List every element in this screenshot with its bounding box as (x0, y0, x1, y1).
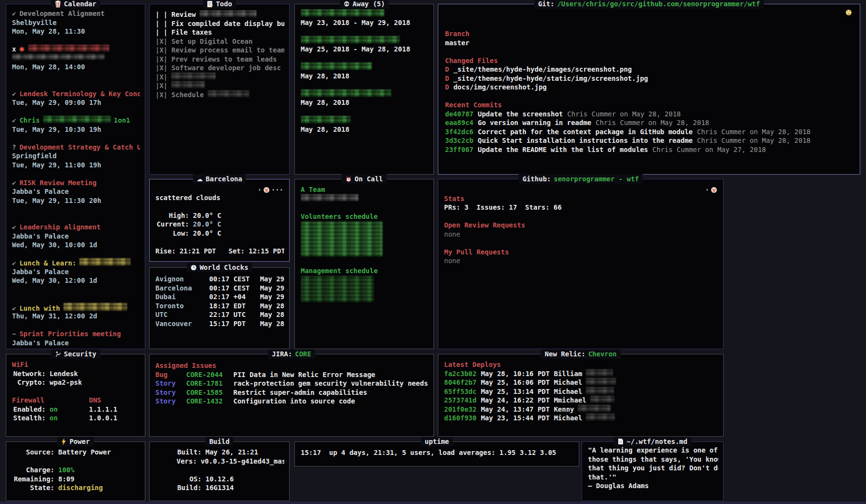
github-prs-value: none (444, 256, 718, 265)
uptime-panel[interactable]: uptime 15:17 up 4 days, 21:31, 5 users, … (294, 441, 579, 466)
clown-icon (263, 187, 270, 193)
deploy-row: fa2c3b02May 28, 10:16 PDT Billiam (444, 369, 718, 378)
todo-item[interactable]: |X| (155, 73, 284, 82)
redacted-text (586, 414, 615, 420)
weather-condition: scattered clouds (155, 193, 284, 202)
clock-row: UTC22:17 UTCMay 28 (155, 310, 284, 319)
notes-line: – Douglas Adams (588, 481, 718, 491)
calendar-panel[interactable]: Calendar ✔Development Alignment Shelbyvi… (6, 4, 145, 349)
deploy-row: 201f0e32May 24, 13:47 PDT Kenny (444, 405, 718, 414)
calendar-event-title: ✔RISK Review Meeting (12, 178, 140, 188)
todo-item[interactable]: | |File taxes (155, 28, 284, 37)
popcorn-icon (55, 0, 61, 8)
todo-item[interactable]: |X|Schedule (155, 90, 284, 100)
build-vers-row: Vers:v0.0.3-15-g41ed43_maste (177, 457, 284, 466)
power-panel[interactable]: Power Source:Battery Power Charge:100% R… (6, 441, 145, 501)
notes-panel[interactable]: ~/.wtf/notes.md "A learning experience i… (582, 441, 724, 501)
todo-item[interactable]: |X| (155, 81, 284, 90)
todo-item[interactable]: | |Fix compiled date display bug (155, 19, 284, 28)
jira-issue-row: StoryCORE-1781rack-protection gem securi… (155, 379, 429, 388)
clock-row: Barcelona00:17 CESTMay 29 (155, 284, 284, 293)
alarm-clock-icon (345, 176, 352, 182)
git-commit-row: 23ff067Update the README with the list o… (445, 145, 855, 154)
todo-panel[interactable]: Todo | |Review | |Fix compiled date disp… (149, 4, 290, 175)
github-prs-header: My Pull Requests (444, 248, 718, 257)
redacted-text (301, 194, 358, 201)
calendar-event-title: ✔Lunch & Learn: (12, 258, 140, 267)
redacted-name (301, 9, 384, 16)
todo-panel-title: Todo (150, 0, 289, 9)
power-remaining-row: Remaining:8:09 (12, 475, 140, 484)
notes-line: that.'" (588, 473, 718, 482)
calendar-event-location: Jabba's Palace (12, 339, 140, 348)
git-commit-row: eaa89c4Go version warning in readmeChris… (445, 118, 855, 127)
calendar-event-title: ✔Development Alignment (12, 9, 140, 18)
panel-title-text: ~/.wtf/notes.md (626, 438, 687, 445)
github-stats-values: PRs: 3 Issues: 17 Stars: 66 (444, 203, 718, 212)
spinner-dots: · (705, 186, 709, 194)
calendar-event-title: ~Sprint Priorities meeting (12, 329, 140, 339)
git-changed-header: Changed Files (445, 56, 855, 65)
newrelic-deploys-header: Latest Deploys (444, 360, 718, 369)
redacted-text (43, 116, 111, 123)
git-commit-row: de40787Update the screenshotChris Cummer… (445, 110, 855, 119)
spinner-dots: · (257, 186, 261, 194)
new-relic-app-name: Chevron (588, 350, 617, 358)
world-clocks-panel[interactable]: World Clocks Avignon00:17 CESTMay 29 Bar… (149, 267, 290, 349)
jira-panel-title: JIRA:CORE (150, 349, 433, 359)
calendar-event-date: Tue, May 29, 11:00 19h (12, 161, 140, 170)
calendar-event-title: ?Development Strategy & Catch U (12, 143, 140, 152)
todo-item[interactable]: |X|Review process email to team (155, 46, 284, 55)
todo-item[interactable]: | |Review (155, 10, 284, 19)
away-dates: May 28, 2018 (301, 72, 429, 81)
git-changed-file: D_site/themes/hyde-hyde/static/img/scree… (445, 74, 855, 83)
jira-project-name: CORE (295, 350, 311, 358)
power-charge-row: Charge:100% (12, 466, 140, 475)
todo-item[interactable]: |X|Software developer job desc (155, 63, 284, 73)
todo-item[interactable]: |X|Set up Digital Ocean (155, 37, 284, 46)
on-call-panel-title: On Call (295, 174, 433, 184)
power-source-row: Source:Battery Power (12, 448, 140, 457)
calendar-event-date: Tue, May 29, 10:30 19h (12, 125, 140, 134)
fencer-icon (55, 351, 61, 357)
todo-item[interactable]: |X|Prev reviews to team leads (155, 55, 284, 64)
notes-line: those things that says, 'You know (588, 455, 718, 464)
calendar-event-location: Springfield (12, 151, 140, 161)
redacted-text (200, 10, 256, 17)
git-commit-row: 3f42dc6Correct path for the context pack… (445, 127, 855, 137)
security-enabled-row: Enabled:on1.1.1.1 (12, 405, 140, 414)
new-relic-panel[interactable]: New Relic:Chevron Latest Deploys fa2c3b0… (438, 354, 724, 437)
jira-panel[interactable]: JIRA:CORE Assigned Issues BugCORE-2044PI… (149, 354, 434, 437)
panel-title-text: On Call (355, 175, 383, 183)
weather-panel[interactable]: ☁Barcelona ···· scattered clouds High:20… (149, 179, 290, 262)
wtf-terminal-dashboard: Calendar ✔Development Alignment Shelbyvi… (0, 0, 866, 504)
panel-title-text: Git: (538, 0, 554, 8)
github-panel[interactable]: Github:senorprogrammer - wtf · Stats PRs… (438, 179, 724, 349)
on-call-panel[interactable]: On Call A Team Volunteers schedule Manag… (294, 179, 434, 349)
git-changed-file: D_site/themes/hyde-hyde/images/screensho… (445, 65, 855, 74)
jira-issue-row: BugCORE-2044PII Data in New Relic Error … (155, 370, 429, 379)
away-dates: May 23, 2018 - May 29, 2018 (301, 18, 429, 27)
security-panel-title: Security (6, 349, 145, 359)
calendar-event-date: Wed, May 30, 12:00 1d (12, 276, 140, 285)
away-panel[interactable]: Away (5) May 23, 2018 - May 29, 2018 May… (294, 4, 434, 175)
redacted-text (578, 405, 611, 412)
redacted-text (208, 90, 249, 97)
security-panel[interactable]: Security WiFi Network:Lendesk Crypto:wpa… (6, 354, 145, 437)
calendar-event-location: Jabba's Palace (12, 267, 140, 277)
git-panel[interactable]: Git:/Users/chris/go/src/github.com/senor… (438, 4, 860, 175)
calendar-event-date: Tue, May 29, 11:30 20h (12, 196, 140, 205)
notes-line: "A learning experience is one of (588, 446, 718, 455)
spinner-indicator: · (705, 186, 717, 194)
calendar-event-date: Wed, May 30, 10:00 1d (12, 240, 140, 250)
build-panel[interactable]: Build Built:May 26, 21:21 Vers:v0.0.3-15… (149, 441, 290, 501)
oncall-management-header: Management schedule (301, 266, 429, 276)
memo-icon (207, 0, 213, 8)
uptime-value: 15:17 up 4 days, 21:31, 5 users, load av… (301, 448, 574, 457)
panel-title-text: Security (64, 350, 96, 358)
away-dates: May 25, 2018 - May 28, 2018 (301, 45, 429, 54)
deploy-row: 8046f2b7May 25, 16:06 PDT Michael (444, 378, 718, 387)
git-branch-value: master (445, 38, 855, 48)
redacted-name (301, 89, 391, 97)
oncall-volunteers-header: Volunteers schedule (301, 212, 429, 221)
